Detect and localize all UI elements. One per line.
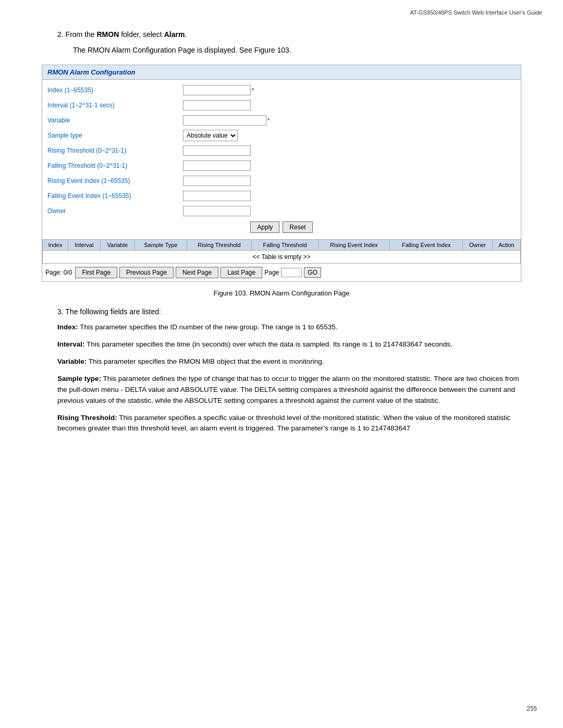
star-index: * (252, 87, 254, 93)
main-content: 2. From the RMON folder, select Alarm. T… (0, 20, 563, 461)
figure-caption: Figure 103. RMON Alarm Configuration Pag… (42, 289, 521, 297)
label-falling-event: Falling Event Index (1~65535) (47, 192, 183, 200)
field-interval-text: This parameter specifies the time (in se… (87, 340, 452, 348)
input-falling-threshold[interactable] (183, 161, 251, 171)
step-3-number: 3. (57, 307, 64, 316)
field-sample-type-text: This parameter defines the type of chang… (57, 375, 519, 404)
prev-page-button[interactable]: Previous Page (119, 267, 174, 278)
sub-paragraph: The RMON Alarm Configuration Page is dis… (42, 46, 521, 54)
page-input-label: Page (264, 269, 279, 276)
col-rising-event-index: Rising Event Index (318, 240, 390, 251)
input-index[interactable] (183, 85, 251, 95)
input-owner[interactable] (183, 206, 251, 216)
step-2-intro: 2. From the RMON folder, select Alarm. (42, 30, 521, 39)
field-desc-rising-threshold: Rising Threshold: This parameter specifi… (42, 413, 521, 435)
go-button[interactable]: GO (304, 267, 321, 278)
field-rising-threshold-text: This parameter specifies a specific valu… (57, 414, 510, 433)
col-interval: Interval (68, 240, 101, 251)
col-rising-threshold: Rising Threshold (187, 240, 252, 251)
label-falling-threshold: Falling Threshold (0~2^31-1) (47, 162, 183, 169)
field-desc-index: Index: This parameter specifies the ID n… (42, 322, 521, 333)
form-row-rising-event: Rising Event Index (1~65535) (47, 175, 516, 187)
step-2-mid: folder, select (119, 30, 164, 39)
col-variable: Variable (100, 240, 134, 251)
config-body: Index (1~65535) * Interval (1~2^31-1 sec… (42, 80, 521, 239)
label-rising-event: Rising Event Index (1~65535) (47, 177, 183, 184)
field-interval-bold: Interval: (57, 340, 85, 348)
button-row: Apply Reset (47, 221, 516, 233)
field-desc-sample-type: Sample type: This parameter defines the … (42, 374, 521, 406)
step-2-text: From the (66, 30, 97, 39)
input-rising-event[interactable] (183, 176, 251, 186)
form-row-variable: Variable * (47, 114, 516, 127)
form-row-sample-type: Sample type Absolute value Delta value (47, 129, 516, 142)
form-row-interval: Interval (1~2^31-1 secs) (47, 99, 516, 112)
field-variable-text: This parameter specifies the RMON MIB ob… (89, 357, 324, 365)
col-falling-threshold: Falling Threshold (252, 240, 318, 251)
field-sample-type-bold: Sample type: (57, 375, 101, 382)
form-row-rising-threshold: Rising Threshold (0~2^31-1) (47, 144, 516, 157)
col-sample-type: Sample Type (134, 240, 187, 251)
step-3-section: 3. The following fields are listed: (42, 307, 521, 316)
label-owner: Owner (47, 207, 183, 215)
table-empty-cell: << Table is empty >> (43, 251, 521, 264)
input-interval[interactable] (183, 100, 251, 110)
page-label: Page: 0/0 (45, 269, 72, 276)
step-2-number: 2. (57, 30, 64, 39)
col-owner: Owner (463, 240, 493, 251)
field-desc-interval: Interval: This parameter specifies the t… (42, 339, 521, 350)
config-panel: RMON Alarm Configuration Index (1~65535)… (42, 65, 521, 282)
guide-title: AT-GS950/48PS Switch Web Interface User'… (410, 9, 542, 16)
star-variable: * (267, 117, 270, 124)
field-index-text: This parameter specifies the ID number o… (80, 323, 337, 331)
label-variable: Variable (47, 117, 183, 124)
table-header-row: Index Interval Variable Sample Type Risi… (43, 240, 521, 251)
col-falling-event-index: Falling Event Index (390, 240, 463, 251)
next-page-button[interactable]: Next Page (176, 267, 218, 278)
label-rising-threshold: Rising Threshold (0~2^31-1) (47, 147, 183, 154)
form-row-owner: Owner (47, 205, 516, 217)
form-row-falling-threshold: Falling Threshold (0~2^31-1) (47, 159, 516, 172)
field-index-bold: Index: (57, 323, 78, 331)
page-number: 255 (527, 705, 537, 712)
table-head: Index Interval Variable Sample Type Risi… (43, 240, 521, 251)
col-action: Action (492, 240, 520, 251)
field-rising-threshold-bold: Rising Threshold: (57, 414, 117, 422)
form-row-falling-event: Falling Event Index (1~65535) (47, 190, 516, 202)
config-title: RMON Alarm Configuration (42, 65, 521, 80)
step-3-header: 3. The following fields are listed: (57, 307, 521, 316)
label-interval: Interval (1~2^31-1 secs) (47, 102, 183, 109)
field-desc-variable: Variable: This parameter specifies the R… (42, 356, 521, 367)
last-page-button[interactable]: Last Page (221, 267, 262, 278)
field-variable-bold: Variable: (57, 357, 87, 365)
apply-button[interactable]: Apply (250, 221, 279, 233)
page-number-input[interactable] (281, 268, 302, 277)
pagination-row: Page: 0/0 First Page Previous Page Next … (42, 264, 521, 281)
select-sample-type[interactable]: Absolute value Delta value (183, 130, 238, 141)
select-wrapper-sample: Absolute value Delta value (183, 130, 238, 141)
step-2-bold1: RMON (96, 30, 119, 39)
step-3-text: The following fields are listed: (65, 307, 161, 316)
table-empty-row: << Table is empty >> (43, 251, 521, 264)
step-2-bold2: Alarm (164, 30, 185, 39)
col-index: Index (43, 240, 68, 251)
table-body: << Table is empty >> (43, 251, 521, 264)
input-rising-threshold[interactable] (183, 145, 251, 156)
data-table: Index Interval Variable Sample Type Risi… (42, 239, 521, 264)
input-variable[interactable] (183, 115, 266, 126)
page-header: AT-GS950/48PS Switch Web Interface User'… (0, 0, 563, 20)
first-page-button[interactable]: First Page (75, 267, 117, 278)
label-sample-type: Sample type (47, 132, 183, 139)
form-row-index: Index (1~65535) * (47, 84, 516, 96)
label-index: Index (1~65535) (47, 87, 183, 94)
input-falling-event[interactable] (183, 191, 251, 201)
reset-button[interactable]: Reset (283, 221, 312, 233)
